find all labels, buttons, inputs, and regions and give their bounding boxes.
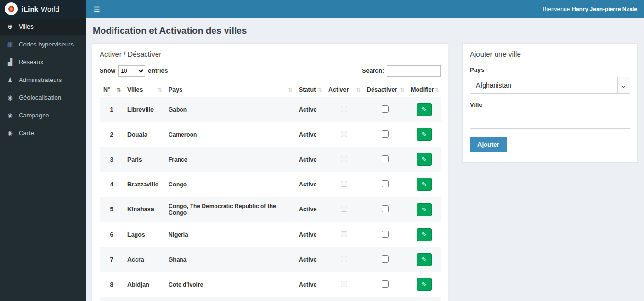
edit-icon: ✎ [422,281,427,288]
sidebar-item-label: Géolocalisation [19,94,61,101]
sort-icon[interactable]: ⇅ [356,87,361,93]
sidebar-item-geolocalisation[interactable]: ◉ Géolocalisation [0,89,86,106]
show-label: Show [100,68,115,74]
desactiver-checkbox[interactable] [382,180,389,187]
edit-icon: ✎ [422,256,427,263]
edit-icon: ✎ [422,206,427,213]
sidebar-item-villes[interactable]: ⊕ Villes [0,18,86,35]
cell-ville: Accra [124,247,165,272]
sort-icon[interactable]: ⇅ [117,87,121,93]
activer-checkbox[interactable] [341,156,347,162]
activer-checkbox[interactable] [341,256,347,262]
edit-icon: ✎ [422,156,427,163]
sort-icon[interactable]: ⇅ [288,87,293,93]
brand-bold-text: iLink [22,5,38,13]
cell-num: 9 [100,297,124,301]
activer-checkbox[interactable] [341,206,347,212]
page-length-select[interactable]: 10 [118,65,145,77]
table-row: 3 Paris France Active ✎ [100,147,441,172]
column-header-3[interactable]: Pays ⇅ [165,82,295,97]
column-header-6[interactable]: Désactiver ⇅ [363,82,407,97]
cell-statut: Active [295,247,325,272]
column-header-2[interactable]: Villes ⇅ [124,82,165,97]
map-pin-icon: ◉ [6,112,14,119]
sort-icon[interactable]: ⇅ [400,87,405,93]
cell-pays: France [165,147,295,172]
welcome-text: Bienvenue [543,6,570,12]
activer-checkbox[interactable] [341,106,347,112]
desactiver-checkbox[interactable] [382,105,389,113]
cell-pays: Senegal [165,297,295,301]
desactiver-checkbox[interactable] [382,280,389,288]
cell-statut: Active [295,272,325,297]
bar-chart-icon: ▟ [6,58,14,66]
desactiver-checkbox[interactable] [382,231,389,238]
table-row: 5 Kinshasa Congo, The Democratic Republi… [100,197,441,222]
edit-button[interactable]: ✎ [417,128,432,141]
cell-statut: Active [295,147,325,172]
sidebar-item-carte[interactable]: ◉ Carte [0,124,86,142]
user-menu[interactable]: BienvenueHanry Jean-pierre Nzale [543,6,644,12]
ville-input[interactable] [470,112,630,129]
edit-button[interactable]: ✎ [417,228,432,241]
activer-checkbox[interactable] [341,281,347,287]
search-input[interactable] [387,65,441,77]
edit-button[interactable]: ✎ [417,103,432,116]
pays-select[interactable]: Afghanistan [470,77,630,94]
table-row: 9 Dakar Senegal Active ✎ [100,297,441,301]
activer-checkbox[interactable] [341,131,347,137]
edit-button[interactable]: ✎ [417,278,432,291]
sidebar-item-label: Réseaux [19,58,43,66]
sidebar-item-label: Villes [19,23,34,30]
navbar: ☰ BienvenueHanry Jean-pierre Nzale [86,0,644,18]
sort-icon[interactable]: ⇅ [158,87,162,93]
table-row: 2 Douala Cameroon Active ✎ [100,122,441,147]
column-header-label: Désactiver [367,86,397,93]
search-label: Search: [362,68,384,74]
cell-pays: Cote d'Ivoire [165,272,295,297]
search-control: Search: [362,65,441,77]
app-brand[interactable]: iLinkWorld [0,0,86,18]
brand-text: iLinkWorld [22,5,59,13]
desactiver-checkbox[interactable] [382,205,389,212]
edit-button[interactable]: ✎ [417,253,432,266]
desactiver-checkbox[interactable] [382,130,389,138]
cell-ville: Brazzaville [124,172,165,197]
column-header-label: N° [103,86,110,93]
villes-table-panel: Activer / Désactiver Show 10 entries Sea… [92,43,448,301]
sidebar-item-codes-hyperviseurs[interactable]: ▥ Codes hyperviseurs [0,35,86,53]
edit-button[interactable]: ✎ [417,153,432,166]
villes-table-body: 1 Libreville Gabon Active ✎ 2 Douala Cam… [100,97,441,301]
column-header-5[interactable]: Activer ⇅ [325,82,363,97]
cell-ville: Lagos [124,222,165,247]
villes-table: N° ⇅ Villes ⇅ Pays ⇅ Statut ⇅ Activer ⇅ … [100,82,441,301]
entries-label: entries [148,68,168,74]
sidebar-item-label: Codes hyperviseurs [19,41,74,48]
sidebar-item-campagne[interactable]: ◉ Campagne [0,106,86,124]
cell-num: 3 [100,147,124,172]
activer-checkbox[interactable] [341,181,347,187]
table-row: 7 Accra Ghana Active ✎ [100,247,441,272]
cell-ville: Kinshasa [124,197,165,222]
sort-icon[interactable]: ⇅ [435,87,439,93]
sort-icon[interactable]: ⇅ [318,87,322,93]
desactiver-checkbox[interactable] [382,155,389,162]
activer-checkbox[interactable] [341,231,347,237]
edit-icon: ✎ [422,181,427,188]
cell-ville: Abidjan [124,272,165,297]
cell-num: 1 [100,97,124,122]
edit-button[interactable]: ✎ [417,178,432,191]
pays-label: Pays [470,66,630,73]
hamburger-menu-icon[interactable]: ☰ [86,0,108,18]
cell-ville: Paris [124,147,165,172]
cell-ville: Douala [124,122,165,147]
column-header-7[interactable]: Modifier ⇅ [407,82,441,97]
cell-pays: Congo, The Democratic Republic of the Co… [165,197,295,222]
column-header-4[interactable]: Statut ⇅ [295,82,325,97]
sidebar-item-administrateurs[interactable]: ♟ Administrateurs [0,71,86,89]
column-header-1[interactable]: N° ⇅ [100,82,124,97]
edit-button[interactable]: ✎ [417,203,432,216]
sidebar-item-reseaux[interactable]: ▟ Réseaux [0,53,86,71]
desactiver-checkbox[interactable] [382,255,389,263]
ajouter-button[interactable]: Ajouter [470,137,507,152]
